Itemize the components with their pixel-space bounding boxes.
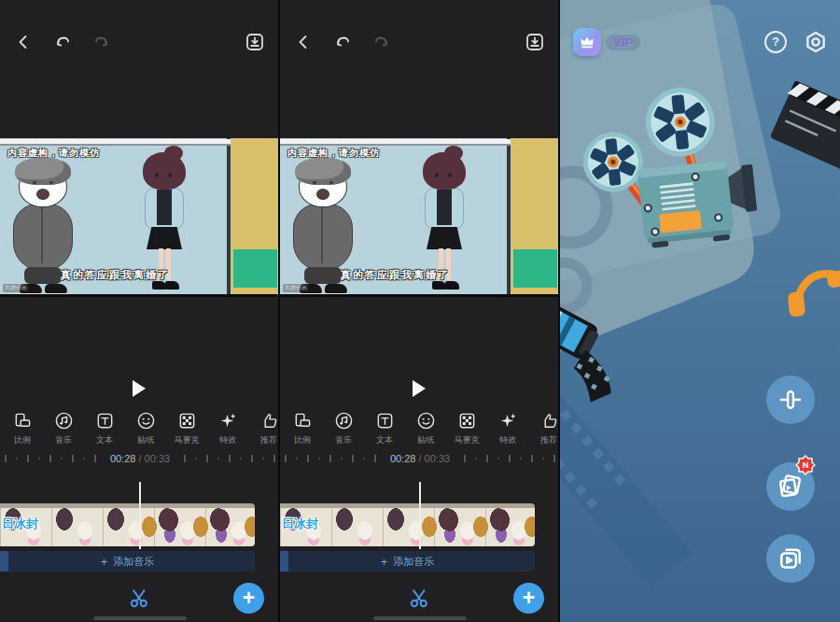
chevron-left-icon [294,33,313,51]
watermark-text: 大雄动画 [283,284,309,292]
timeline-ruler[interactable]: 00:28 / 00:33 [0,449,280,468]
thumbs-up-icon [259,411,279,431]
tool-text[interactable]: 文本 [84,408,125,451]
vip-badge[interactable]: VIP [573,28,640,56]
split-button[interactable] [407,585,433,611]
plus-icon: + [101,555,108,569]
clip-title-text: 日冰封 [2,516,38,532]
timeline-ruler[interactable]: 00:28 / 00:33 [280,449,560,468]
settings-button[interactable] [804,30,828,54]
effects-sparkle-icon [498,411,518,431]
scene-green-panel [513,249,557,288]
disclaimer-text: 内容虚构，请勿模仿 [7,147,100,160]
editor-toolbar: 比例 音乐 文本 贴纸 马赛克 特效 [0,408,280,451]
tool-text[interactable]: 文本 [364,408,405,451]
add-music-label: 添加音乐 [113,555,154,569]
mosaic-icon [457,411,477,431]
split-button[interactable] [127,585,153,611]
playhead[interactable] [139,482,141,549]
thumbs-up-icon [539,411,559,431]
undo-button[interactable] [331,31,354,53]
play-button[interactable] [133,380,146,397]
scene-whiteboard-edge [0,139,231,146]
scene-whiteboard-edge [280,139,511,146]
disclaimer-text: 内容虚构，请勿模仿 [287,147,380,160]
tool-mosaic[interactable]: 马赛克 [446,408,487,451]
redo-icon [92,33,111,51]
timeline-video-track[interactable]: 日冰封 [280,503,535,546]
auto-edit-button[interactable] [766,375,815,424]
redo-button[interactable] [91,31,113,53]
play-button[interactable] [413,380,426,397]
export-button[interactable] [244,31,266,53]
export-icon [525,32,545,52]
tool-sticker[interactable]: 贴纸 [125,408,166,451]
help-button[interactable]: ? [764,31,787,53]
materials-button[interactable] [766,534,815,583]
chevron-left-icon [14,33,33,51]
video-preview[interactable]: 内容虚构，请勿模仿 真的答应跟我离婚了 大雄动画 [0,138,280,297]
timeline-video-track[interactable]: 日冰封 [0,503,255,546]
music-icon [54,411,74,431]
scissors-icon [127,585,153,611]
add-music-track[interactable]: + 添加音乐 [0,551,255,572]
tool-mosaic[interactable]: 马赛克 [166,408,207,451]
gear-icon [804,30,828,54]
tool-ratio[interactable]: 比例 [282,408,323,451]
back-button[interactable] [292,31,315,53]
add-clip-button[interactable]: + [233,583,264,614]
video-preview[interactable]: 内容虚构，请勿模仿 真的答应跟我离婚了 大雄动画 [280,138,560,297]
editor-bottombar: + [0,583,280,616]
media-stack-icon [777,544,805,573]
tool-sticker[interactable]: 贴纸 [405,408,446,451]
time-display: 00:28 / 00:33 [382,449,458,468]
new-badge: N [795,455,816,475]
playhead[interactable] [419,482,421,549]
export-button[interactable] [524,31,546,53]
back-button[interactable] [12,31,35,53]
subtitle-text: 真的答应跟我离婚了 [280,268,511,282]
plus-icon: + [381,555,388,569]
effects-sparkle-icon [218,411,238,431]
add-music-label: 添加音乐 [393,555,434,569]
undo-button[interactable] [51,31,74,53]
time-display: 00:28 / 00:33 [102,449,178,468]
scissors-icon [407,585,433,611]
undo-icon [333,33,352,51]
tool-effects[interactable]: 特效 [207,408,248,451]
text-icon [95,411,115,431]
undo-icon [53,33,72,51]
editor-topbar [280,28,558,56]
clip-title-text: 日冰封 [282,516,318,532]
editor-toolbar: 比例 音乐 文本 贴纸 马赛克 特效 [280,408,560,451]
promo-panel: VIP ? N [560,0,840,622]
editor-bottombar: + [280,583,560,616]
add-music-track[interactable]: + 添加音乐 [280,551,535,572]
editor-topbar [0,28,278,56]
crown-icon [573,28,601,56]
tool-recommend[interactable]: 推荐 [528,408,560,451]
tool-music[interactable]: 音乐 [43,408,84,451]
tool-recommend[interactable]: 推荐 [248,408,280,451]
tool-ratio[interactable]: 比例 [2,408,43,451]
music-icon [334,411,354,431]
export-icon [245,32,265,52]
subtitle-text: 真的答应跟我离婚了 [0,268,231,282]
scene-green-panel [233,249,277,288]
tool-effects[interactable]: 特效 [487,408,528,451]
redo-button[interactable] [371,31,393,53]
tool-music[interactable]: 音乐 [323,408,364,451]
app-root: 内容虚构，请勿模仿 真的答应跟我离婚了 大雄动画 比例 音乐 文本 贴纸 [0,0,840,622]
home-indicator [373,616,467,620]
add-clip-button[interactable]: + [513,583,544,614]
watermark-text: 大雄动画 [3,284,29,292]
home-indicator [93,616,187,620]
aspect-ratio-icon [13,411,33,431]
video-cards-icon [777,473,805,501]
film-projector-illustration [560,0,840,622]
editor-screen: 内容虚构，请勿模仿 真的答应跟我离婚了 大雄动画 比例 音乐 文本 贴纸 [280,0,560,622]
text-icon [375,411,395,431]
redo-icon [372,33,391,51]
splice-icon [777,386,805,414]
sticker-icon [136,411,156,431]
